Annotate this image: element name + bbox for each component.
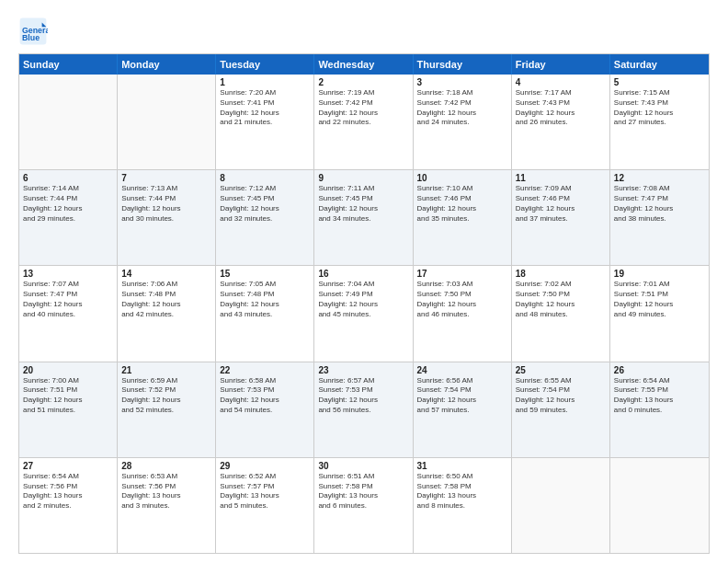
day-info: Sunrise: 7:14 AM Sunset: 7:44 PM Dayligh… [23,184,113,224]
day-number: 25 [516,365,606,375]
day-number: 2 [318,77,408,87]
day-number: 12 [614,173,705,183]
calendar-cell: 12Sunrise: 7:08 AM Sunset: 7:47 PM Dayli… [610,170,709,265]
calendar-header: SundayMondayTuesdayWednesdayThursdayFrid… [19,54,709,75]
day-number: 21 [121,365,211,375]
day-info: Sunrise: 7:08 AM Sunset: 7:47 PM Dayligh… [614,184,705,224]
calendar-cell: 16Sunrise: 7:04 AM Sunset: 7:49 PM Dayli… [314,266,413,361]
weekday-header: Saturday [610,54,709,75]
calendar-body: 1Sunrise: 7:20 AM Sunset: 7:41 PM Daylig… [19,75,709,553]
calendar-cell: 18Sunrise: 7:02 AM Sunset: 7:50 PM Dayli… [512,266,610,361]
day-number: 5 [614,77,705,87]
logo: General Blue [18,17,51,46]
day-info: Sunrise: 6:57 AM Sunset: 7:53 PM Dayligh… [318,376,408,416]
calendar-row: 1Sunrise: 7:20 AM Sunset: 7:41 PM Daylig… [19,75,709,170]
day-info: Sunrise: 7:04 AM Sunset: 7:49 PM Dayligh… [318,280,408,319]
day-info: Sunrise: 7:02 AM Sunset: 7:50 PM Dayligh… [516,280,606,319]
weekday-header: Monday [118,54,216,75]
day-number: 26 [614,365,705,375]
day-info: Sunrise: 6:55 AM Sunset: 7:54 PM Dayligh… [516,376,606,416]
calendar-cell [19,75,118,169]
day-info: Sunrise: 7:17 AM Sunset: 7:43 PM Dayligh… [516,88,606,128]
day-info: Sunrise: 6:51 AM Sunset: 7:58 PM Dayligh… [318,472,408,511]
calendar-cell [512,458,610,553]
day-number: 19 [614,269,705,279]
weekday-header: Sunday [19,54,118,75]
day-number: 22 [220,365,310,375]
calendar-cell: 29Sunrise: 6:52 AM Sunset: 7:57 PM Dayli… [216,458,314,553]
day-number: 29 [220,461,310,471]
calendar-row: 6Sunrise: 7:14 AM Sunset: 7:44 PM Daylig… [19,170,709,266]
calendar-cell: 3Sunrise: 7:18 AM Sunset: 7:42 PM Daylig… [414,75,512,169]
day-number: 18 [516,269,606,279]
day-number: 1 [220,77,310,87]
calendar-cell: 8Sunrise: 7:12 AM Sunset: 7:45 PM Daylig… [216,170,314,265]
day-info: Sunrise: 7:06 AM Sunset: 7:48 PM Dayligh… [121,280,211,319]
day-number: 10 [417,173,507,183]
calendar-cell: 25Sunrise: 6:55 AM Sunset: 7:54 PM Dayli… [512,362,610,457]
calendar-row: 13Sunrise: 7:07 AM Sunset: 7:47 PM Dayli… [19,266,709,362]
calendar-cell: 17Sunrise: 7:03 AM Sunset: 7:50 PM Dayli… [414,266,512,361]
page: General Blue SundayMondayTuesdayWednesda… [0,0,728,563]
day-info: Sunrise: 6:52 AM Sunset: 7:57 PM Dayligh… [220,472,310,511]
day-number: 20 [23,365,113,375]
day-info: Sunrise: 7:12 AM Sunset: 7:45 PM Dayligh… [220,184,310,224]
day-info: Sunrise: 7:05 AM Sunset: 7:48 PM Dayligh… [220,280,310,319]
day-info: Sunrise: 7:19 AM Sunset: 7:42 PM Dayligh… [318,88,408,128]
day-number: 8 [220,173,310,183]
calendar-cell: 2Sunrise: 7:19 AM Sunset: 7:42 PM Daylig… [314,75,413,169]
day-number: 13 [23,269,113,279]
calendar-cell: 30Sunrise: 6:51 AM Sunset: 7:58 PM Dayli… [314,458,413,553]
svg-text:Blue: Blue [22,33,40,42]
calendar-cell: 14Sunrise: 7:06 AM Sunset: 7:48 PM Dayli… [118,266,216,361]
calendar-cell: 23Sunrise: 6:57 AM Sunset: 7:53 PM Dayli… [314,362,413,457]
calendar-row: 27Sunrise: 6:54 AM Sunset: 7:56 PM Dayli… [19,458,709,553]
day-info: Sunrise: 7:10 AM Sunset: 7:46 PM Dayligh… [417,184,507,224]
calendar-cell: 10Sunrise: 7:10 AM Sunset: 7:46 PM Dayli… [414,170,512,265]
calendar-cell: 4Sunrise: 7:17 AM Sunset: 7:43 PM Daylig… [512,75,610,169]
calendar-cell: 5Sunrise: 7:15 AM Sunset: 7:43 PM Daylig… [610,75,709,169]
day-info: Sunrise: 6:53 AM Sunset: 7:56 PM Dayligh… [121,472,211,511]
day-number: 11 [516,173,606,183]
day-number: 14 [121,269,211,279]
calendar-cell: 24Sunrise: 6:56 AM Sunset: 7:54 PM Dayli… [414,362,512,457]
calendar-cell: 6Sunrise: 7:14 AM Sunset: 7:44 PM Daylig… [19,170,118,265]
day-number: 24 [417,365,507,375]
day-info: Sunrise: 6:56 AM Sunset: 7:54 PM Dayligh… [417,376,507,416]
day-number: 27 [23,461,113,471]
day-info: Sunrise: 6:50 AM Sunset: 7:58 PM Dayligh… [417,472,507,511]
day-info: Sunrise: 7:03 AM Sunset: 7:50 PM Dayligh… [417,280,507,319]
day-number: 3 [417,77,507,87]
weekday-header: Wednesday [314,54,413,75]
calendar-cell: 11Sunrise: 7:09 AM Sunset: 7:46 PM Dayli… [512,170,610,265]
calendar-cell: 28Sunrise: 6:53 AM Sunset: 7:56 PM Dayli… [118,458,216,553]
weekday-header: Tuesday [216,54,314,75]
day-info: Sunrise: 7:18 AM Sunset: 7:42 PM Dayligh… [417,88,507,128]
calendar-cell: 1Sunrise: 7:20 AM Sunset: 7:41 PM Daylig… [216,75,314,169]
day-info: Sunrise: 7:13 AM Sunset: 7:44 PM Dayligh… [121,184,211,224]
day-number: 28 [121,461,211,471]
day-info: Sunrise: 7:20 AM Sunset: 7:41 PM Dayligh… [220,88,310,128]
weekday-header: Friday [512,54,610,75]
calendar-row: 20Sunrise: 7:00 AM Sunset: 7:51 PM Dayli… [19,362,709,458]
day-info: Sunrise: 7:00 AM Sunset: 7:51 PM Dayligh… [23,376,113,416]
calendar-cell: 15Sunrise: 7:05 AM Sunset: 7:48 PM Dayli… [216,266,314,361]
day-number: 23 [318,365,408,375]
day-number: 30 [318,461,408,471]
day-info: Sunrise: 6:54 AM Sunset: 7:55 PM Dayligh… [614,376,705,416]
day-info: Sunrise: 7:11 AM Sunset: 7:45 PM Dayligh… [318,184,408,224]
header: General Blue [18,17,710,46]
day-number: 16 [318,269,408,279]
day-number: 7 [121,173,211,183]
calendar-cell: 20Sunrise: 7:00 AM Sunset: 7:51 PM Dayli… [19,362,118,457]
day-info: Sunrise: 6:54 AM Sunset: 7:56 PM Dayligh… [23,472,113,511]
day-info: Sunrise: 6:58 AM Sunset: 7:53 PM Dayligh… [220,376,310,416]
calendar: SundayMondayTuesdayWednesdayThursdayFrid… [18,53,710,554]
calendar-cell: 22Sunrise: 6:58 AM Sunset: 7:53 PM Dayli… [216,362,314,457]
calendar-cell: 7Sunrise: 7:13 AM Sunset: 7:44 PM Daylig… [118,170,216,265]
day-number: 17 [417,269,507,279]
day-number: 6 [23,173,113,183]
day-info: Sunrise: 7:15 AM Sunset: 7:43 PM Dayligh… [614,88,705,128]
calendar-cell [118,75,216,169]
calendar-cell: 13Sunrise: 7:07 AM Sunset: 7:47 PM Dayli… [19,266,118,361]
